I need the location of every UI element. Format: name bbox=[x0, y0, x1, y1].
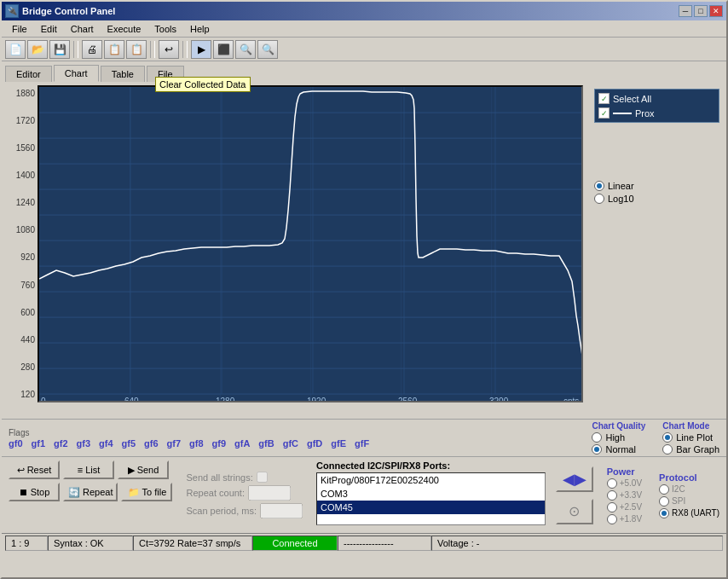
port-section: Connected I2C/SPI/RX8 Ports: KitProg/080… bbox=[316, 460, 546, 530]
toolbar-copy[interactable]: 📋 bbox=[104, 40, 124, 59]
tooltip-clear: Clear Collected Data bbox=[155, 77, 251, 92]
scan-period-label: Scan period, ms: bbox=[186, 506, 257, 516]
power-25v-radio[interactable] bbox=[607, 502, 617, 512]
status-voltage: Voltage : - bbox=[431, 536, 723, 551]
menu-help[interactable]: Help bbox=[183, 22, 217, 36]
close-button[interactable]: ✕ bbox=[709, 5, 723, 17]
tab-editor[interactable]: Editor bbox=[5, 66, 52, 82]
x-label-640: 640 bbox=[124, 397, 139, 402]
quality-high-row: High bbox=[592, 432, 645, 443]
flags-quality-bar: Flags gf0 gf1 gf2 gf3 gf4 gf5 gf6 gf7 gf… bbox=[2, 419, 726, 456]
log10-radio[interactable] bbox=[594, 194, 604, 204]
power-5v-label: +5.0V bbox=[620, 478, 642, 488]
mode-bargraph-radio[interactable] bbox=[662, 444, 673, 455]
proto-i2c-radio[interactable] bbox=[659, 484, 669, 495]
proto-spi-radio[interactable] bbox=[659, 496, 669, 507]
mode-lineplot-radio[interactable] bbox=[662, 432, 673, 443]
cnts-label: cnts bbox=[563, 397, 579, 402]
menu-bar: File Edit Chart Execute Tools Help bbox=[2, 20, 726, 38]
chart-options: Chart Quality High Normal Chart Mode bbox=[592, 421, 719, 455]
repeat-button[interactable]: 🔄 Repeat bbox=[63, 483, 118, 501]
send-button[interactable]: ▶ Send bbox=[118, 460, 169, 479]
repeat-count-input[interactable] bbox=[248, 485, 291, 501]
select-all-row: ✓ Select All bbox=[598, 93, 715, 104]
tab-table[interactable]: Table bbox=[101, 66, 145, 82]
port-item-0[interactable]: KitProg/080F172E00252400 bbox=[317, 473, 545, 487]
power-18v-radio[interactable] bbox=[607, 514, 617, 524]
send-all-label: Send all strings: bbox=[186, 472, 252, 483]
y-label: 280 bbox=[5, 362, 38, 372]
flags-items: gf0 gf1 gf2 gf3 gf4 gf5 gf6 gf7 gf8 gf9 … bbox=[9, 438, 369, 449]
repeat-count-label: Repeat count: bbox=[186, 488, 245, 498]
y-label: 1400 bbox=[5, 171, 38, 180]
proto-rx8-radio[interactable] bbox=[659, 508, 669, 518]
proto-spi-row: SPI bbox=[659, 496, 719, 507]
port-item-1[interactable]: COM3 bbox=[317, 487, 545, 501]
stop-button[interactable]: ⏹ Stop bbox=[9, 483, 60, 501]
send-all-checkbox[interactable] bbox=[257, 472, 268, 483]
linear-radio-row: Linear bbox=[594, 181, 719, 191]
toolbar-zoom[interactable]: 🔍 bbox=[257, 40, 278, 59]
toolbar-open[interactable]: 📂 bbox=[27, 40, 48, 59]
menu-execute[interactable]: Execute bbox=[101, 22, 148, 36]
toolbar-search[interactable]: 🔍 bbox=[235, 40, 256, 59]
flag-gf1: gf1 bbox=[32, 438, 46, 449]
port-item-2[interactable]: COM45 bbox=[317, 501, 545, 514]
toolbar-run[interactable]: ▶ bbox=[191, 40, 211, 59]
select-all-label: Select All bbox=[613, 94, 651, 104]
maximize-button[interactable]: □ bbox=[694, 5, 708, 17]
proto-rx8-row: RX8 (UART) bbox=[659, 508, 719, 518]
linear-radio[interactable] bbox=[594, 181, 604, 191]
flag-gf7: gf7 bbox=[167, 438, 182, 449]
power-33v-radio[interactable] bbox=[607, 490, 617, 501]
flag-gfC: gfC bbox=[283, 438, 298, 449]
toolbar-undo[interactable]: ↩ bbox=[159, 40, 179, 59]
select-all-checkbox[interactable]: ✓ bbox=[598, 93, 610, 104]
mode-bargraph-label: Bar Graph bbox=[676, 444, 719, 455]
toolbar-new[interactable]: 📄 bbox=[5, 40, 26, 59]
toolbar-stop[interactable]: ⬛ bbox=[213, 40, 234, 59]
flags-section: Flags gf0 gf1 gf2 gf3 gf4 gf5 gf6 gf7 gf… bbox=[9, 428, 369, 449]
menu-edit[interactable]: Edit bbox=[34, 22, 64, 36]
flag-gf6: gf6 bbox=[144, 438, 159, 449]
toolbar-paste[interactable]: 📋 bbox=[126, 40, 147, 59]
proto-i2c-row: I2C bbox=[659, 484, 719, 495]
port-list[interactable]: KitProg/080F172E00252400 COM3 COM45 bbox=[316, 472, 546, 525]
toolbar: 📄 📂 💾 🖨 📋 📋 ↩ ▶ ⬛ 🔍 🔍 bbox=[2, 38, 726, 61]
list-button[interactable]: ≡ List bbox=[63, 460, 114, 479]
reset-button[interactable]: ↩ Reset bbox=[9, 460, 60, 479]
window-title: Bridge Control Panel bbox=[22, 6, 115, 16]
send-all-row: Send all strings: bbox=[186, 472, 303, 483]
menu-file[interactable]: File bbox=[5, 22, 34, 36]
reset-icon: ↩ bbox=[17, 465, 25, 476]
flag-gf9: gf9 bbox=[212, 438, 227, 449]
toolbar-save[interactable]: 💾 bbox=[49, 40, 70, 59]
power-5v-radio[interactable] bbox=[607, 478, 617, 489]
disconnect-button[interactable]: ⊙ bbox=[556, 499, 593, 524]
toolbar-print[interactable]: 🖨 bbox=[82, 40, 102, 59]
chart-mode-title: Chart Mode bbox=[662, 421, 719, 431]
stop-icon: ⏹ bbox=[19, 487, 28, 497]
flag-gfD: gfD bbox=[307, 438, 322, 449]
chart-quality-group: Chart Quality High Normal bbox=[592, 421, 645, 455]
prox-checkbox[interactable]: ✓ bbox=[598, 107, 610, 119]
prox-label: Prox bbox=[635, 108, 655, 119]
flag-gfF: gfF bbox=[355, 438, 369, 449]
flag-gf8: gf8 bbox=[189, 438, 204, 449]
menu-tools[interactable]: Tools bbox=[147, 22, 183, 36]
quality-high-radio[interactable] bbox=[592, 432, 602, 443]
scan-period-input[interactable] bbox=[260, 503, 303, 518]
tofile-button[interactable]: 📁 To file bbox=[121, 483, 172, 501]
tab-chart[interactable]: Chart bbox=[54, 65, 99, 82]
connect-button[interactable]: ◀▶ bbox=[556, 466, 593, 492]
y-label: 1720 bbox=[5, 116, 38, 125]
quality-normal-radio[interactable] bbox=[592, 444, 602, 455]
flag-gf4: gf4 bbox=[99, 438, 113, 449]
y-label: 760 bbox=[5, 281, 38, 290]
status-connected: Connected bbox=[252, 536, 338, 551]
power-33v-row: +3.3V bbox=[607, 490, 642, 501]
y-label: 1560 bbox=[5, 143, 38, 153]
y-label: 440 bbox=[5, 335, 38, 345]
minimize-button[interactable]: ─ bbox=[679, 5, 692, 17]
menu-chart[interactable]: Chart bbox=[64, 22, 101, 36]
